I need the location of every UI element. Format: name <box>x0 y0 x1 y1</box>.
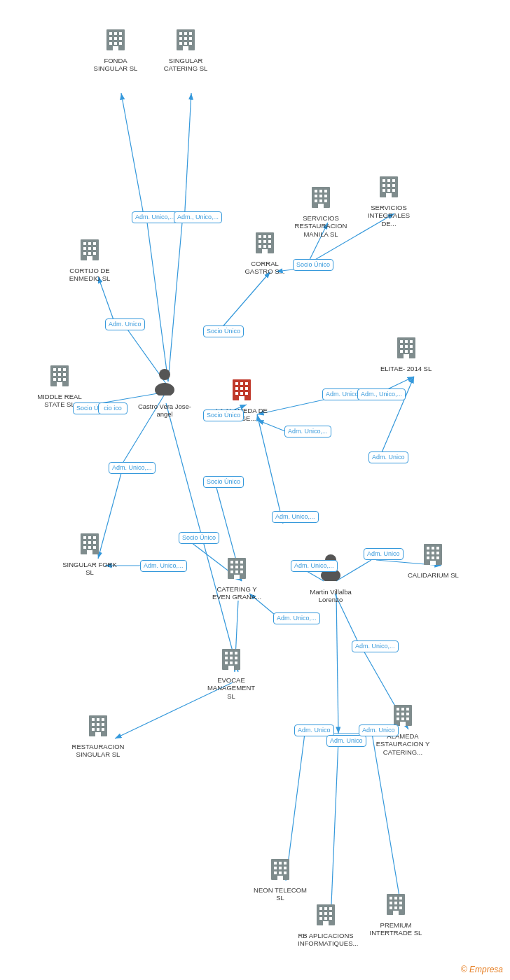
badge-b23[interactable]: Adm. Unico <box>326 735 366 747</box>
svg-rect-138 <box>95 732 101 736</box>
svg-line-37 <box>336 594 338 734</box>
svg-rect-188 <box>436 547 439 550</box>
svg-rect-239 <box>393 911 399 915</box>
svg-rect-137 <box>102 728 104 731</box>
badge-b6[interactable]: Adm. Unico,... <box>109 462 156 474</box>
svg-rect-70 <box>87 256 92 260</box>
svg-rect-69 <box>93 252 96 255</box>
svg-rect-107 <box>230 561 233 564</box>
svg-rect-203 <box>397 718 399 720</box>
node-label-elitae_2014: ELITAE- 2014 SL <box>380 365 432 372</box>
svg-rect-160 <box>386 193 392 197</box>
building-icon-restauracion_singular <box>86 714 110 741</box>
svg-rect-166 <box>319 195 322 197</box>
connection-lines <box>0 0 510 980</box>
node-singular_fork: SINGULAR FORK SL <box>62 532 118 577</box>
svg-rect-132 <box>92 723 95 726</box>
svg-rect-62 <box>88 242 91 245</box>
svg-rect-53 <box>179 37 182 40</box>
svg-rect-235 <box>399 902 402 904</box>
badge-b7[interactable]: Socio Único <box>203 326 244 337</box>
node-cortijo_enmedio: CORTIJO DE ENMEDIO SL <box>62 238 118 283</box>
svg-rect-108 <box>235 561 238 564</box>
svg-rect-68 <box>88 252 91 255</box>
badge-b12[interactable]: Adm. Unico,... <box>272 511 319 523</box>
svg-line-34 <box>372 734 401 909</box>
building-icon-corral_gastro <box>253 231 277 258</box>
svg-rect-217 <box>277 876 283 880</box>
svg-rect-146 <box>259 245 261 248</box>
building-icon-rb_aplicacions <box>314 903 338 930</box>
building-icon-evocae_mgmt <box>219 648 243 675</box>
badge-b3[interactable]: Adm. Unico <box>105 318 145 330</box>
svg-rect-222 <box>319 912 322 915</box>
svg-rect-237 <box>394 906 397 909</box>
svg-rect-199 <box>406 708 409 710</box>
svg-rect-148 <box>268 245 271 248</box>
badge-b24[interactable]: Adm. Unico <box>359 724 399 736</box>
svg-rect-204 <box>401 718 404 720</box>
svg-rect-187 <box>432 547 434 550</box>
building-icon-middle_real_state <box>48 364 71 391</box>
svg-rect-39 <box>109 32 112 35</box>
badge-b20[interactable]: Adm. Unico <box>364 548 404 560</box>
svg-rect-91 <box>235 392 238 395</box>
svg-rect-205 <box>406 718 409 720</box>
svg-rect-236 <box>390 906 392 909</box>
badge-b2[interactable]: Adm., Unico,... <box>174 211 222 223</box>
svg-rect-152 <box>387 179 390 182</box>
svg-rect-89 <box>240 387 243 390</box>
node-label-neon_telecom: NEON TELECOM SL <box>252 886 308 902</box>
svg-rect-76 <box>58 373 61 376</box>
svg-rect-73 <box>58 368 61 371</box>
svg-rect-179 <box>400 350 403 353</box>
svg-line-1 <box>121 93 145 223</box>
svg-rect-206 <box>400 722 406 726</box>
svg-rect-238 <box>399 906 402 909</box>
badge-b10[interactable]: Socio Único <box>179 532 219 544</box>
svg-rect-168 <box>315 200 317 202</box>
badge-b13[interactable]: Adm. Unico,... <box>273 612 320 624</box>
badge-b16[interactable]: Adm., Unico,... <box>357 388 406 400</box>
badge-b9[interactable]: Socio Único <box>203 476 244 488</box>
badge-b19[interactable]: Adm. Unico,... <box>291 560 338 572</box>
badge-b14[interactable]: Socio Único <box>293 259 333 271</box>
svg-rect-67 <box>83 252 86 255</box>
node-label-singular_fork: SINGULAR FORK SL <box>62 561 118 577</box>
svg-line-4 <box>168 223 182 382</box>
svg-rect-198 <box>401 708 404 710</box>
svg-rect-181 <box>410 350 413 353</box>
svg-rect-163 <box>319 190 322 192</box>
svg-rect-214 <box>274 872 277 874</box>
node-catering_even: CATERING Y EVEN GRANA... <box>209 556 265 601</box>
node-label-restauracion_manila: SERVICIOS RESTAURACION MANILA SL <box>293 214 349 238</box>
badge-b1[interactable]: Adm. Unico,... <box>132 211 179 223</box>
svg-rect-56 <box>179 42 182 45</box>
badge-b5[interactable]: cio ico <box>98 402 127 414</box>
building-icon-neon_telecom <box>268 858 292 885</box>
svg-rect-42 <box>109 37 112 40</box>
svg-rect-140 <box>259 235 261 238</box>
svg-rect-96 <box>83 536 86 539</box>
svg-rect-133 <box>97 723 99 726</box>
svg-rect-40 <box>114 32 117 35</box>
badge-b8[interactable]: Socio Único <box>203 410 244 421</box>
svg-rect-228 <box>323 921 329 925</box>
svg-point-83 <box>155 383 174 396</box>
svg-rect-55 <box>189 37 192 40</box>
badge-b11[interactable]: Adm. Unico,... <box>140 560 187 572</box>
svg-rect-57 <box>184 42 187 45</box>
badge-b18[interactable]: Adm. Unico <box>368 451 408 463</box>
svg-rect-169 <box>319 200 322 202</box>
svg-rect-174 <box>405 340 408 343</box>
svg-rect-75 <box>53 373 56 376</box>
node-castro_vera: Castro Vera Jose- angel <box>137 368 193 419</box>
svg-rect-77 <box>63 373 66 376</box>
svg-rect-170 <box>324 200 327 202</box>
badge-b21[interactable]: Adm. Unico,... <box>352 640 399 652</box>
node-elitae_2014: ELITAE- 2014 SL <box>380 336 432 372</box>
badge-b17[interactable]: Adm. Unico,... <box>284 426 331 438</box>
svg-rect-92 <box>240 392 243 395</box>
svg-rect-63 <box>93 242 96 245</box>
svg-rect-135 <box>92 728 95 731</box>
